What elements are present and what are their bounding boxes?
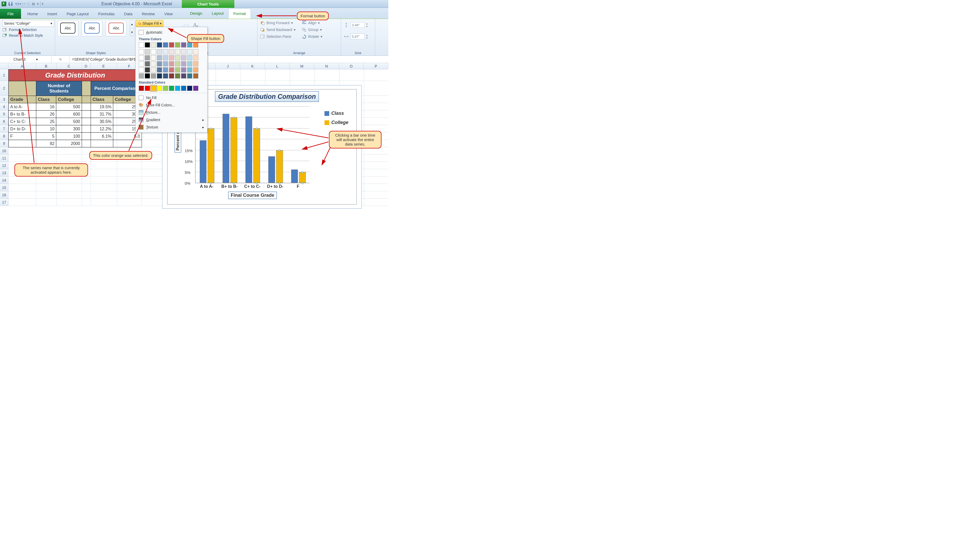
shape-style-1[interactable]: Abc: [57, 20, 78, 36]
bar-class-4[interactable]: [291, 170, 298, 183]
swatch[interactable]: [193, 61, 198, 67]
swatch[interactable]: [145, 49, 150, 54]
swatch[interactable]: [169, 67, 174, 73]
swatch[interactable]: [193, 86, 198, 91]
tab-format[interactable]: Format: [228, 8, 251, 19]
swatch[interactable]: [187, 67, 192, 73]
col-header-J[interactable]: J: [215, 63, 240, 69]
tab-view[interactable]: View: [159, 9, 177, 19]
col-header-A[interactable]: A: [8, 63, 36, 69]
row-header-1[interactable]: 1: [0, 69, 8, 81]
selection-handle[interactable]: [233, 182, 235, 184]
send-backward-button[interactable]: Send Backward ▾: [259, 27, 296, 33]
fill-picture[interactable]: Picture...: [135, 109, 207, 116]
col-header-O[interactable]: O: [339, 63, 364, 69]
swatch[interactable]: [145, 86, 150, 91]
selection-handle[interactable]: [233, 117, 235, 119]
row-header-6[interactable]: 6: [0, 118, 8, 125]
shape-height-input[interactable]: 3.48": [350, 22, 365, 28]
swatch[interactable]: [181, 42, 186, 48]
format-selection-button[interactable]: Format Selection: [2, 27, 53, 33]
swatch[interactable]: [181, 73, 186, 79]
swatch[interactable]: [145, 67, 150, 73]
swatch[interactable]: [151, 55, 156, 60]
row-header-9[interactable]: 9: [0, 140, 8, 147]
chart-x-axis-label[interactable]: Final Course Grade: [228, 192, 277, 199]
selection-handle[interactable]: [256, 182, 258, 184]
row-header-2[interactable]: 2: [0, 81, 8, 95]
selection-handle[interactable]: [210, 128, 212, 130]
shape-style-3[interactable]: Abc: [106, 20, 127, 36]
bar-college-3[interactable]: [276, 150, 283, 183]
swatch[interactable]: [193, 49, 198, 54]
tab-review[interactable]: Review: [137, 9, 159, 19]
save-button[interactable]: [8, 1, 13, 7]
swatch[interactable]: [139, 73, 144, 79]
row-header-10[interactable]: 10: [0, 147, 8, 154]
swatch[interactable]: [151, 86, 156, 91]
chart-legend[interactable]: Class College: [325, 111, 348, 129]
print-dropdown[interactable]: ▾: [37, 2, 39, 6]
col-header-P[interactable]: P: [364, 63, 388, 69]
swatch[interactable]: [175, 55, 180, 60]
swatch[interactable]: [151, 73, 156, 79]
swatch[interactable]: [169, 61, 174, 67]
fx-label[interactable]: fx: [51, 56, 70, 63]
file-tab[interactable]: File: [0, 9, 21, 19]
row-header-17[interactable]: 17: [0, 199, 8, 206]
swatch[interactable]: [193, 73, 198, 79]
swatch[interactable]: [145, 61, 150, 67]
swatch[interactable]: [163, 42, 168, 48]
swatch[interactable]: [181, 86, 186, 91]
row-header-14[interactable]: 14: [0, 176, 8, 184]
swatch[interactable]: [169, 49, 174, 54]
swatch[interactable]: [139, 61, 144, 67]
swatch[interactable]: [187, 73, 192, 79]
swatch[interactable]: [175, 86, 180, 91]
tab-insert[interactable]: Insert: [43, 9, 62, 19]
tab-layout[interactable]: Layout: [207, 8, 228, 19]
bar-college-4[interactable]: [299, 172, 306, 183]
swatch[interactable]: [157, 73, 162, 79]
undo-button[interactable]: [14, 1, 20, 7]
col-header-M[interactable]: M: [290, 63, 314, 69]
swatch[interactable]: [163, 55, 168, 60]
swatch[interactable]: [181, 55, 186, 60]
shape-styles-scrollbar[interactable]: ▴▾: [130, 20, 134, 36]
col-header-B[interactable]: B: [36, 63, 56, 69]
swatch[interactable]: [163, 49, 168, 54]
selection-handle[interactable]: [301, 171, 304, 173]
swatch[interactable]: [157, 67, 162, 73]
tab-home[interactable]: Home: [22, 9, 43, 19]
bar-college-0[interactable]: [208, 129, 215, 183]
col-header-L[interactable]: L: [265, 63, 290, 69]
align-button[interactable]: Align ▾: [301, 20, 323, 26]
row-header-5[interactable]: 5: [0, 110, 8, 118]
col-header-K[interactable]: K: [240, 63, 265, 69]
swatch[interactable]: [181, 49, 186, 54]
selection-handle[interactable]: [210, 182, 212, 184]
row-header-4[interactable]: 4: [0, 103, 8, 110]
swatch[interactable]: [151, 67, 156, 73]
redo-dropdown[interactable]: ▾: [27, 2, 29, 6]
shape-style-2[interactable]: Abc: [81, 20, 102, 36]
swatch[interactable]: [175, 42, 180, 48]
swatch[interactable]: [193, 55, 198, 60]
tab-design[interactable]: Design: [185, 8, 207, 19]
swatch[interactable]: [157, 42, 162, 48]
swatch[interactable]: [145, 73, 150, 79]
bring-forward-button[interactable]: Bring Forward ▾: [259, 20, 296, 26]
fill-none[interactable]: No Fill: [135, 94, 207, 102]
swatch[interactable]: [139, 49, 144, 54]
selection-handle[interactable]: [278, 149, 281, 152]
swatch[interactable]: [157, 86, 162, 91]
swatch[interactable]: [163, 67, 168, 73]
swatch[interactable]: [139, 55, 144, 60]
qat-customize[interactable]: ▾: [42, 2, 44, 6]
swatch[interactable]: [139, 67, 144, 73]
swatch[interactable]: [163, 61, 168, 67]
swatch[interactable]: [193, 67, 198, 73]
swatch[interactable]: [163, 73, 168, 79]
selection-handle[interactable]: [256, 128, 258, 130]
shape-fill-button[interactable]: Shape Fill▾: [135, 20, 164, 27]
